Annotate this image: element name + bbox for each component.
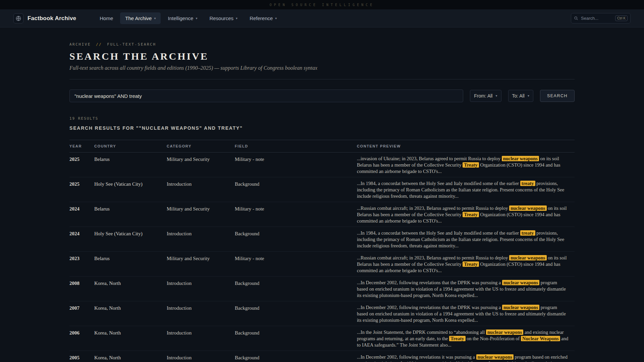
result-year: 2005 [69, 353, 94, 361]
breadcrumb-section[interactable]: ARCHIVE [69, 42, 91, 47]
chevron-down-icon: ▾ [495, 94, 497, 98]
search-icon [574, 16, 578, 20]
nav-item-label: Resources [209, 15, 233, 21]
result-row[interactable]: 2024Holy See (Vatican City)IntroductionB… [69, 227, 575, 252]
chevron-down-icon: ▾ [236, 17, 237, 20]
result-country: Korea, North [94, 328, 167, 336]
result-country: Holy See (Vatican City) [94, 229, 167, 237]
result-category: Introduction [167, 328, 235, 336]
result-field: Background [235, 353, 357, 361]
result-country: Korea, North [94, 279, 167, 286]
column-header-year: YEAR [69, 144, 94, 148]
globe-logo-icon [13, 13, 23, 23]
result-category: Military and Security [167, 204, 235, 212]
search-button[interactable]: SEARCH [540, 90, 575, 102]
from-filter-value: From: All [474, 93, 492, 99]
result-country: Holy See (Vatican City) [94, 180, 167, 187]
divider [69, 79, 575, 79]
result-category: Introduction [167, 279, 235, 286]
result-year: 2024 [69, 204, 94, 212]
result-category: Introduction [167, 180, 235, 187]
chevron-down-icon: ▾ [528, 94, 529, 98]
result-year: 2008 [69, 279, 94, 286]
result-row[interactable]: 2007Korea, NorthIntroductionBackground..… [69, 301, 575, 326]
search-term-highlight: treaty [520, 230, 535, 236]
result-year: 2024 [69, 229, 94, 237]
column-header-content-preview: CONTENT PREVIEW [357, 144, 575, 148]
column-header-field: FIELD [235, 144, 357, 148]
result-field: Background [235, 180, 357, 187]
result-year: 2025 [69, 155, 94, 162]
result-country: Belarus [94, 204, 167, 212]
search-term-highlight: nuclear weapons [486, 329, 523, 335]
brand[interactable]: Factbook Archive [13, 13, 76, 23]
chevron-down-icon: ▾ [196, 17, 197, 20]
chevron-down-icon: ▾ [275, 17, 277, 20]
top-banner: OPEN SOURCE INTELLIGENCE [0, 0, 644, 9]
result-field: Background [235, 229, 357, 237]
search-term-highlight: nuclear weapons [476, 354, 514, 360]
column-header-category: CATEGORY [167, 144, 235, 148]
results-table: YEARCOUNTRYCATEGORYFIELDCONTENT PREVIEW … [69, 140, 575, 362]
main-content: ARCHIVE // FULL-TEXT-SEARCH SEARCH THE A… [69, 42, 575, 362]
search-term-highlight: nuclear weapons [502, 156, 539, 161]
navbar-search-input[interactable] [581, 16, 609, 21]
result-preview: ...Russian combat aircraft; in 2023, Bel… [357, 204, 575, 224]
result-preview: ...Russian combat aircraft; in 2023, Bel… [357, 254, 575, 274]
shortcut-badge: Ctrl K [615, 15, 628, 21]
query-input[interactable] [69, 89, 463, 102]
page-subtitle: Full-text search across all country fiel… [69, 65, 575, 71]
nav-item-the-archive[interactable]: The Archive▾ [120, 12, 161, 24]
search-term-highlight: treaty [520, 181, 535, 186]
nav-items: HomeThe Archive▾Intelligence▾Resources▾R… [95, 12, 282, 24]
search-term-highlight: nuclear weapons [509, 255, 546, 260]
result-row[interactable]: 2025Holy See (Vatican City)IntroductionB… [69, 177, 575, 202]
result-row[interactable]: 2023BelarusMilitary and SecurityMilitary… [69, 252, 575, 277]
brand-name: Factbook Archive [28, 15, 76, 22]
result-field: Military - note [235, 204, 357, 212]
breadcrumb-separator: // [96, 42, 102, 47]
search-term-highlight: nuclear weapons [502, 280, 539, 285]
nav-item-label: Home [100, 15, 113, 21]
results-count: 19 RESULTS [69, 116, 575, 121]
search-term-highlight: Treaty [463, 212, 479, 217]
navbar: Factbook Archive HomeThe Archive▾Intelli… [0, 9, 644, 27]
result-field: Military - note [235, 155, 357, 162]
result-preview: ...In 1984, a concordat between the Holy… [357, 229, 575, 249]
result-country: Belarus [94, 155, 167, 162]
results-body: 2025BelarusMilitary and SecurityMilitary… [69, 153, 575, 362]
result-year: 2006 [69, 328, 94, 336]
search-term-highlight: Treaty [463, 162, 479, 168]
result-year: 2007 [69, 304, 94, 311]
result-row[interactable]: 2025BelarusMilitary and SecurityMilitary… [69, 153, 575, 177]
result-row[interactable]: 2005Korea, NorthIntroductionBackground..… [69, 351, 575, 362]
result-row[interactable]: 2008Korea, NorthIntroductionBackground..… [69, 277, 575, 301]
page-title: SEARCH THE ARCHIVE [69, 51, 575, 62]
search-term-highlight: Treaty [449, 336, 466, 341]
results-heading: SEARCH RESULTS FOR ""NUCLEAR WEAPONS" AN… [69, 125, 575, 131]
from-filter-select[interactable]: From: All ▾ [470, 90, 501, 102]
search-term-highlight: Nuclear Weapons [521, 336, 560, 341]
result-category: Military and Security [167, 254, 235, 261]
result-year: 2023 [69, 254, 94, 261]
result-category: Introduction [167, 353, 235, 361]
result-category: Introduction [167, 229, 235, 237]
result-category: Military and Security [167, 155, 235, 162]
to-filter-select[interactable]: To: All ▾ [508, 90, 533, 102]
search-term-highlight: nuclear weapons [509, 205, 546, 211]
nav-item-intelligence[interactable]: Intelligence▾ [163, 12, 202, 24]
result-row[interactable]: 2024BelarusMilitary and SecurityMilitary… [69, 202, 575, 227]
result-year: 2025 [69, 180, 94, 187]
result-category: Introduction [167, 304, 235, 311]
result-row[interactable]: 2006Korea, NorthIntroductionBackground..… [69, 326, 575, 351]
result-country: Belarus [94, 254, 167, 261]
nav-item-home[interactable]: Home [95, 12, 118, 24]
result-field: Background [235, 304, 357, 311]
navbar-search[interactable]: Ctrl K [571, 13, 631, 23]
nav-item-label: Reference [250, 15, 273, 21]
result-preview: ...In December 2002, following revelatio… [357, 353, 575, 362]
nav-item-resources[interactable]: Resources▾ [204, 12, 243, 24]
result-preview: ...In December 2002, following revelatio… [357, 279, 575, 299]
to-filter-value: To: All [512, 93, 525, 99]
nav-item-reference[interactable]: Reference▾ [245, 12, 282, 24]
